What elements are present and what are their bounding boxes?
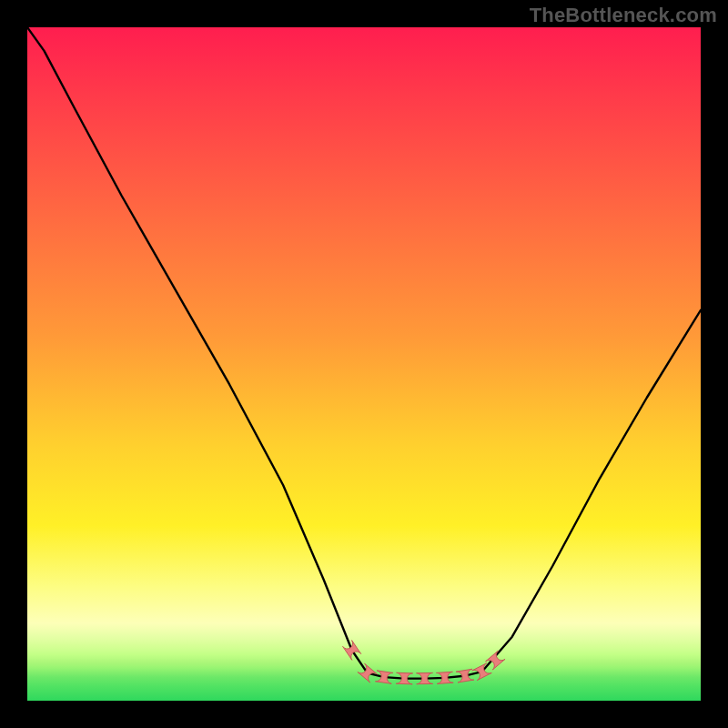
- basin-marker: [343, 641, 361, 661]
- curve-path: [27, 27, 701, 679]
- basin-marker: [486, 651, 505, 670]
- basin-marker: [472, 663, 491, 681]
- chart-stage: TheBottleneck.com: [0, 0, 728, 728]
- basin-marker: [358, 663, 378, 682]
- bottleneck-curve: [27, 27, 701, 679]
- plot-area: [27, 27, 701, 701]
- watermark-text: TheBottleneck.com: [530, 4, 717, 27]
- curve-layer: [27, 27, 701, 701]
- basin-markers: [343, 641, 505, 684]
